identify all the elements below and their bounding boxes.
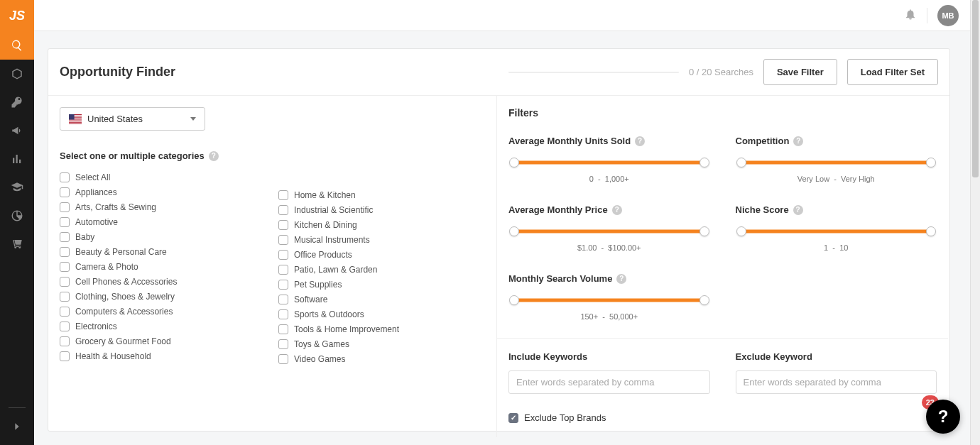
category-label: Office Products xyxy=(294,250,352,260)
checkbox[interactable] xyxy=(60,232,70,242)
country-select[interactable]: United States xyxy=(60,107,205,131)
checkbox[interactable] xyxy=(60,307,70,317)
category-label: Sports & Outdoors xyxy=(294,309,364,319)
categories-col-2: Home & Kitchen Industrial & Scientific K… xyxy=(278,172,477,364)
select-all-categories[interactable]: Select All xyxy=(60,172,258,182)
help-icon[interactable]: ? xyxy=(793,136,803,146)
help-icon[interactable]: ? xyxy=(793,205,803,215)
category-row[interactable]: Automotive xyxy=(60,217,258,227)
checkbox[interactable] xyxy=(278,250,288,260)
save-filter-button[interactable]: Save Filter xyxy=(763,59,837,85)
category-row[interactable]: Baby xyxy=(60,232,258,242)
slider-handle-max[interactable] xyxy=(699,295,709,305)
checkbox[interactable] xyxy=(60,202,70,212)
help-icon[interactable]: ? xyxy=(616,274,626,284)
help-icon[interactable]: ? xyxy=(635,136,645,146)
exclude-top-brands-row[interactable]: Exclude Top Brands xyxy=(508,412,937,423)
checkbox[interactable] xyxy=(60,262,70,272)
slider[interactable] xyxy=(508,295,710,305)
exclude-keyword-input[interactable] xyxy=(736,370,937,394)
slider-handle-min[interactable] xyxy=(736,158,746,167)
checkbox[interactable] xyxy=(278,280,288,290)
nav-megaphone[interactable] xyxy=(0,116,34,145)
category-row[interactable]: Appliances xyxy=(60,187,258,197)
checkbox[interactable] xyxy=(60,247,70,257)
category-row[interactable]: Tools & Home Improvement xyxy=(278,324,477,334)
user-avatar[interactable]: MB xyxy=(937,5,959,26)
slider-handle-min[interactable] xyxy=(509,158,519,167)
checkbox[interactable] xyxy=(278,324,288,334)
category-row[interactable]: Computers & Accessories xyxy=(60,307,258,317)
category-row[interactable]: Video Games xyxy=(278,354,477,364)
include-keywords-input[interactable] xyxy=(508,370,710,394)
checkbox[interactable] xyxy=(278,220,288,230)
category-row[interactable]: Clothing, Shoes & Jewelry xyxy=(60,292,258,302)
category-row[interactable]: Patio, Lawn & Garden xyxy=(278,265,477,275)
category-row[interactable]: Sports & Outdoors xyxy=(278,309,477,319)
bell-icon xyxy=(904,8,917,21)
slider[interactable] xyxy=(736,226,937,236)
nav-package[interactable] xyxy=(0,60,34,88)
slider-handle-max[interactable] xyxy=(926,226,936,236)
filter-label: Competition xyxy=(736,136,790,146)
checkbox[interactable] xyxy=(60,172,70,182)
category-row[interactable]: Office Products xyxy=(278,250,477,260)
help-float-button[interactable]: ? xyxy=(926,400,960,434)
nav-grad-cap[interactable] xyxy=(0,173,34,202)
nav-key[interactable] xyxy=(0,88,34,116)
scrollbar[interactable] xyxy=(970,0,980,445)
load-filter-set-button[interactable]: Load Filter Set xyxy=(847,59,938,85)
exclude-top-brands-checkbox[interactable] xyxy=(508,413,518,423)
slider[interactable] xyxy=(736,158,937,167)
nav-chart[interactable] xyxy=(0,145,34,173)
slider-handle-max[interactable] xyxy=(699,158,709,167)
category-row[interactable]: Health & Household xyxy=(60,351,258,361)
checkbox[interactable] xyxy=(278,295,288,304)
checkbox[interactable] xyxy=(278,309,288,319)
checkbox[interactable] xyxy=(60,292,70,302)
checkbox[interactable] xyxy=(278,235,288,245)
category-row[interactable]: Kitchen & Dining xyxy=(278,220,477,230)
checkbox[interactable] xyxy=(278,265,288,275)
slider-handle-min[interactable] xyxy=(509,226,519,236)
categories-help-icon[interactable]: ? xyxy=(209,151,219,161)
notifications-button[interactable] xyxy=(904,8,917,23)
category-row[interactable]: Camera & Photo xyxy=(60,262,258,272)
category-row[interactable]: Grocery & Gourmet Food xyxy=(60,336,258,346)
slider[interactable] xyxy=(508,158,710,167)
brand-logo[interactable]: JS xyxy=(0,0,34,31)
slider-handle-max[interactable] xyxy=(699,226,709,236)
checkbox[interactable] xyxy=(278,190,288,200)
category-row[interactable]: Toys & Games xyxy=(278,339,477,349)
category-row[interactable]: Software xyxy=(278,295,477,304)
nav-analytics[interactable] xyxy=(0,202,34,230)
category-row[interactable]: Pet Supplies xyxy=(278,280,477,290)
checkbox[interactable] xyxy=(278,339,288,349)
slider-handle-min[interactable] xyxy=(509,295,519,305)
checkbox[interactable] xyxy=(60,336,70,346)
slider-handle-min[interactable] xyxy=(736,226,746,236)
checkbox[interactable] xyxy=(60,217,70,227)
nav-cart[interactable] xyxy=(0,230,34,258)
checkbox[interactable] xyxy=(278,354,288,364)
category-row[interactable]: Home & Kitchen xyxy=(278,190,477,200)
help-icon[interactable]: ? xyxy=(612,205,622,215)
slider-handle-max[interactable] xyxy=(926,158,936,167)
category-row[interactable]: Musical Instruments xyxy=(278,235,477,245)
checkbox[interactable] xyxy=(278,205,288,215)
svg-rect-5 xyxy=(69,121,82,121)
sidebar-expand[interactable] xyxy=(0,412,34,441)
category-row[interactable]: Arts, Crafts & Sewing xyxy=(60,202,258,212)
slider[interactable] xyxy=(508,226,710,236)
nav-search[interactable] xyxy=(0,31,34,60)
scrollbar-thumb[interactable] xyxy=(972,0,979,177)
checkbox[interactable] xyxy=(60,322,70,331)
filters-title: Filters xyxy=(508,107,937,119)
category-row[interactable]: Beauty & Personal Care xyxy=(60,247,258,257)
checkbox[interactable] xyxy=(60,351,70,361)
category-row[interactable]: Cell Phones & Accessories xyxy=(60,277,258,287)
checkbox[interactable] xyxy=(60,187,70,197)
category-row[interactable]: Industrial & Scientific xyxy=(278,205,477,215)
checkbox[interactable] xyxy=(60,277,70,287)
category-row[interactable]: Electronics xyxy=(60,322,258,331)
